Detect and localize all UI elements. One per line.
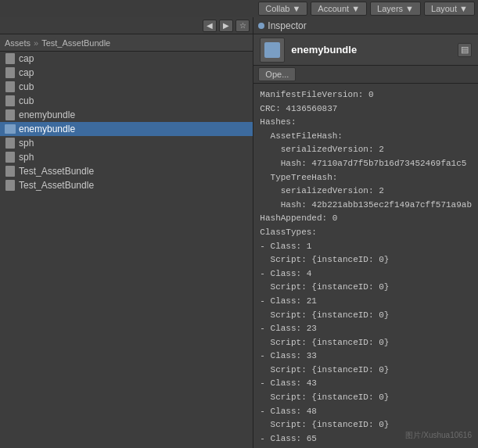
layers-button[interactable]: Layers ▼ bbox=[370, 2, 421, 16]
favorite-button[interactable]: ☆ bbox=[235, 20, 250, 32]
account-button[interactable]: Account ▼ bbox=[311, 2, 367, 16]
inspector-menu-button[interactable]: ▤ bbox=[458, 43, 472, 57]
list-item[interactable]: cub bbox=[0, 80, 253, 94]
inspector-tab-label: Inspector bbox=[268, 20, 306, 31]
content-line: - Class: 43 bbox=[260, 377, 472, 391]
asset-name: enemybundle bbox=[291, 44, 451, 56]
list-item-label: cap bbox=[19, 67, 34, 78]
content-line: - Class: 4 bbox=[260, 267, 472, 281]
inspector-panel: Inspector enemybundle ▤ Ope... ManifestF… bbox=[253, 17, 478, 448]
content-line: Script: {instanceID: 0} bbox=[260, 336, 472, 350]
forward-button[interactable]: ▶ bbox=[219, 20, 233, 32]
content-line: - Class: 65 bbox=[260, 432, 472, 446]
list-item[interactable]: sph bbox=[0, 136, 253, 150]
list-item[interactable]: Test_AssetBundle bbox=[0, 178, 253, 192]
bundle-icon bbox=[5, 124, 16, 134]
content-line: CRC: 4136560837 bbox=[260, 102, 472, 116]
content-line: - Class: 21 bbox=[260, 295, 472, 309]
content-line: serializedVersion: 2 bbox=[260, 143, 472, 157]
content-line: ClassTypes: bbox=[260, 226, 472, 240]
content-line: Script: {instanceID: 0} bbox=[260, 309, 472, 323]
inspector-title-bar: enemybundle ▤ bbox=[253, 34, 478, 66]
assets-toolbar: ◀ ▶ ☆ bbox=[0, 17, 253, 34]
content-line: HashAppended: 0 bbox=[260, 212, 472, 226]
list-item-label: Test_AssetBundle bbox=[19, 166, 94, 177]
breadcrumb-folder[interactable]: Test_AssetBundle bbox=[41, 38, 110, 48]
content-line: Script: {instanceID: 0} bbox=[260, 364, 472, 378]
content-line: Hash: 42b221abb135ec2f149a7cff571a9ab bbox=[260, 199, 472, 213]
collab-button[interactable]: Collab ▼ bbox=[258, 2, 307, 16]
file-icon bbox=[5, 138, 16, 149]
content-line: Script: {instanceID: 0} bbox=[260, 253, 472, 267]
content-line: - Class: 33 bbox=[260, 349, 472, 364]
inspector-tab[interactable]: Inspector bbox=[258, 20, 306, 31]
file-icon bbox=[5, 53, 16, 64]
content-line: Script: {instanceID: 0} bbox=[260, 281, 472, 295]
list-item[interactable]: sph bbox=[0, 150, 253, 164]
list-item-label: cap bbox=[19, 53, 34, 64]
content-line: TypeTreeHash: bbox=[260, 171, 472, 185]
top-toolbar: Collab ▼ Account ▼ Layers ▼ Layout ▼ bbox=[0, 0, 478, 17]
content-line: - Class: 1 bbox=[260, 240, 472, 254]
list-item-label: enemybundle bbox=[19, 124, 75, 134]
list-item-label: cub bbox=[19, 81, 34, 92]
file-icon bbox=[5, 180, 16, 191]
list-item[interactable]: enemybundle bbox=[0, 122, 253, 136]
file-icon bbox=[5, 109, 16, 120]
file-icon bbox=[5, 152, 16, 163]
content-line: serializedVersion: 2 bbox=[260, 185, 472, 199]
list-item[interactable]: cap bbox=[0, 66, 253, 80]
back-button[interactable]: ◀ bbox=[203, 20, 217, 32]
list-item-label: Test_AssetBundle bbox=[19, 180, 94, 191]
list-item-label: sph bbox=[19, 138, 34, 149]
content-line: Script: {instanceID: 0} bbox=[260, 391, 472, 405]
content-line: Hash: 47110a7d7f5b7b16d73452469fa1c5 bbox=[260, 157, 472, 171]
breadcrumb-root[interactable]: Assets bbox=[5, 38, 31, 48]
file-icon bbox=[5, 95, 16, 106]
list-item[interactable]: cub bbox=[0, 94, 253, 108]
open-button[interactable]: Ope... bbox=[258, 67, 296, 81]
inspector-dot-icon bbox=[258, 23, 264, 29]
assets-panel: ◀ ▶ ☆ Assets » Test_AssetBundle capcapcu… bbox=[0, 17, 253, 448]
breadcrumb-separator: » bbox=[34, 38, 38, 48]
list-item-label: enemybundle bbox=[19, 109, 75, 120]
list-item-label: sph bbox=[19, 152, 34, 163]
list-item[interactable]: enemybundle bbox=[0, 108, 253, 122]
list-item[interactable]: Test_AssetBundle bbox=[0, 164, 253, 178]
assets-list[interactable]: capcapcubcubenemybundleenemybundlesphsph… bbox=[0, 52, 253, 448]
file-icon bbox=[5, 166, 16, 177]
asset-icon bbox=[260, 38, 285, 63]
inspector-header: Inspector bbox=[253, 17, 478, 34]
layout-button[interactable]: Layout ▼ bbox=[424, 2, 475, 16]
inspector-content: ManifestFileVersion: 0CRC: 4136560837Has… bbox=[253, 84, 478, 448]
file-icon bbox=[5, 81, 16, 92]
content-line: Hashes: bbox=[260, 116, 472, 130]
file-icon bbox=[5, 67, 16, 78]
main-layout: ◀ ▶ ☆ Assets » Test_AssetBundle capcapcu… bbox=[0, 17, 478, 448]
content-line: ManifestFileVersion: 0 bbox=[260, 88, 472, 102]
content-line: - Class: 48 bbox=[260, 405, 472, 419]
list-item-label: cub bbox=[19, 95, 34, 106]
content-line: Script: {instanceID: 0} bbox=[260, 418, 472, 432]
content-line: - Class: 23 bbox=[260, 322, 472, 336]
list-item[interactable]: cap bbox=[0, 52, 253, 66]
content-line: AssetFileHash: bbox=[260, 130, 472, 144]
breadcrumb: Assets » Test_AssetBundle bbox=[0, 34, 253, 52]
